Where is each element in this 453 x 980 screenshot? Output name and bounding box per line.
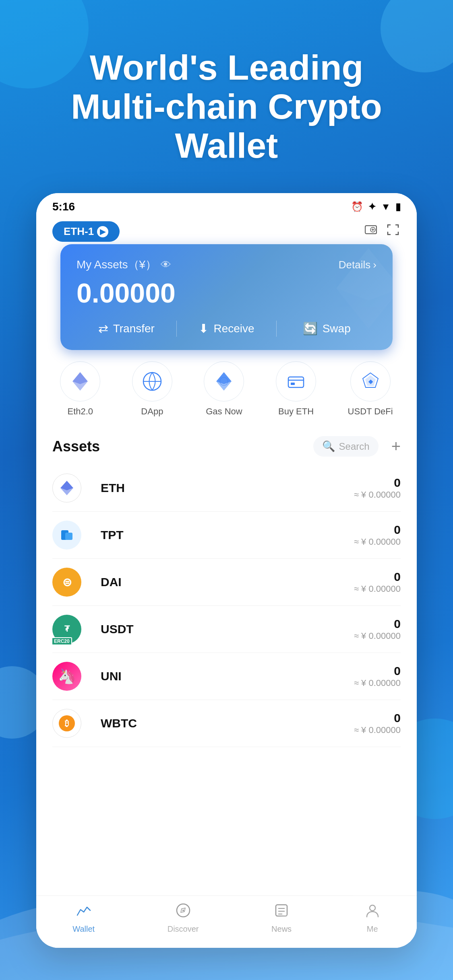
wave-decoration [0, 879, 453, 980]
svg-text:₮: ₮ [64, 624, 70, 633]
eth-logo-wrap [52, 474, 91, 502]
phone-card: 5:16 ⏰ ✦ ▼ ▮ ETH-1 ▶ [36, 193, 417, 948]
svg-rect-11 [288, 377, 304, 387]
hero-line1: World's Leading [90, 47, 363, 87]
transfer-icon: ⇄ [98, 321, 108, 336]
dapp-icon [132, 361, 172, 401]
assets-section: Assets 🔍 Search + [36, 425, 417, 747]
bluetooth-icon: ✦ [368, 201, 376, 212]
gasnow-label: Gas Now [206, 406, 242, 417]
assets-card: My Assets（¥） 👁 Details › 0.00000 ⇄ Trans… [60, 244, 393, 350]
tpt-balance: 0 [354, 523, 401, 537]
eth-values: 0 ≈ ¥ 0.00000 [354, 476, 401, 500]
svg-text:₿: ₿ [65, 719, 69, 728]
dai-logo-wrap: ⊜ [52, 568, 91, 597]
search-placeholder: Search [339, 441, 370, 452]
wifi-icon: ▼ [381, 201, 391, 212]
assets-label: My Assets（¥） 👁 [77, 257, 171, 272]
usdt-fiat: ≈ ¥ 0.00000 [354, 631, 401, 641]
alarm-icon: ⏰ [351, 201, 363, 212]
tpt-symbol: TPT [101, 528, 354, 542]
svg-rect-13 [291, 383, 295, 385]
eth2-icon [60, 361, 100, 401]
gasnow-icon [204, 361, 244, 401]
uni-symbol: UNI [101, 669, 354, 683]
assets-amount: 0.00000 [77, 277, 376, 309]
top-nav-icons [364, 222, 401, 241]
eye-icon[interactable]: 👁 [161, 259, 171, 271]
assets-header: My Assets（¥） 👁 Details › [77, 257, 376, 272]
uni-logo-wrap: 🦄 [52, 662, 91, 691]
network-label: ETH-1 [64, 225, 94, 238]
usdt-values: 0 ≈ ¥ 0.00000 [354, 617, 401, 641]
dai-symbol: DAI [101, 575, 354, 589]
eth-logo [52, 474, 81, 502]
wbtc-symbol: WBTC [101, 716, 354, 730]
eth-symbol: ETH [101, 481, 354, 495]
hero-heading: World's Leading Multi-chain Crypto Walle… [0, 48, 453, 165]
asset-item-eth[interactable]: ETH 0 ≈ ¥ 0.00000 [52, 465, 401, 512]
wbtc-logo-wrap: ₿ [52, 709, 91, 738]
phone-inner: 5:16 ⏰ ✦ ▼ ▮ ETH-1 ▶ [36, 193, 417, 948]
quick-action-buyeth[interactable]: Buy ETH [276, 361, 316, 417]
asset-item-usdt[interactable]: ₮ ERC20 USDT 0 ≈ ¥ 0.00000 [52, 606, 401, 653]
scan-icon[interactable] [386, 222, 401, 241]
asset-item-dai[interactable]: ⊜ DAI 0 ≈ ¥ 0.00000 [52, 559, 401, 606]
status-time: 5:16 [52, 200, 75, 213]
quick-action-gasnow[interactable]: Gas Now [204, 361, 244, 417]
eth-balance: 0 [354, 476, 401, 490]
usdt-balance: 0 [354, 617, 401, 631]
dai-fiat: ≈ ¥ 0.00000 [354, 584, 401, 594]
eth2-label: Eth2.0 [67, 406, 93, 417]
svg-text:◆: ◆ [368, 378, 373, 385]
uni-values: 0 ≈ ¥ 0.00000 [354, 664, 401, 688]
wbtc-fiat: ≈ ¥ 0.00000 [354, 725, 401, 735]
usdtdefi-label: USDT DeFi [348, 406, 393, 417]
dai-logo: ⊜ [52, 568, 81, 597]
tpt-logo-wrap [52, 521, 91, 550]
uni-fiat: ≈ ¥ 0.00000 [354, 678, 401, 688]
search-box[interactable]: 🔍 Search [313, 436, 379, 457]
wbtc-logo: ₿ [52, 709, 81, 738]
quick-actions: Eth2.0 DApp [36, 350, 417, 425]
uni-balance: 0 [354, 664, 401, 678]
wbtc-values: 0 ≈ ¥ 0.00000 [354, 711, 401, 735]
asset-item-wbtc[interactable]: ₿ WBTC 0 ≈ ¥ 0.00000 [52, 700, 401, 747]
usdt-symbol: USDT [101, 622, 354, 636]
buyeth-icon [276, 361, 316, 401]
receive-button[interactable]: ⬇ Receive [177, 318, 277, 339]
receive-icon: ⬇ [199, 321, 209, 336]
assets-actions: ⇄ Transfer ⬇ Receive 🔄 Swap [77, 318, 376, 339]
svg-rect-20 [65, 533, 72, 540]
status-bar: 5:16 ⏰ ✦ ▼ ▮ [36, 193, 417, 217]
hero-line2: Multi-chain Crypto Wallet [71, 86, 382, 165]
erc20-badge: ERC20 [52, 637, 72, 645]
network-badge[interactable]: ETH-1 ▶ [52, 221, 120, 242]
dapp-label: DApp [141, 406, 163, 417]
swap-icon: 🔄 [303, 321, 318, 336]
tpt-logo [52, 521, 81, 550]
usdtdefi-icon: ◆ [350, 361, 391, 401]
quick-action-usdtdefi[interactable]: ◆ USDT DeFi [348, 361, 393, 417]
quick-action-dapp[interactable]: DApp [132, 361, 172, 417]
wbtc-balance: 0 [354, 711, 401, 725]
top-nav: ETH-1 ▶ [36, 217, 417, 248]
tpt-values: 0 ≈ ¥ 0.00000 [354, 523, 401, 547]
quick-action-eth2[interactable]: Eth2.0 [60, 361, 100, 417]
dai-values: 0 ≈ ¥ 0.00000 [354, 570, 401, 594]
asset-item-uni[interactable]: 🦄 UNI 0 ≈ ¥ 0.00000 [52, 653, 401, 700]
eth-watermark [336, 248, 393, 344]
eth-fiat: ≈ ¥ 0.00000 [354, 490, 401, 500]
add-asset-button[interactable]: + [391, 437, 401, 455]
tpt-fiat: ≈ ¥ 0.00000 [354, 537, 401, 547]
assets-section-header: Assets 🔍 Search + [52, 436, 401, 457]
transfer-button[interactable]: ⇄ Transfer [77, 318, 176, 339]
usdt-logo-wrap: ₮ ERC20 [52, 615, 91, 644]
buyeth-label: Buy ETH [278, 406, 314, 417]
status-icons: ⏰ ✦ ▼ ▮ [351, 201, 401, 212]
dai-balance: 0 [354, 570, 401, 584]
uni-logo: 🦄 [52, 662, 81, 691]
wallet-add-icon[interactable] [364, 222, 378, 241]
asset-item-tpt[interactable]: TPT 0 ≈ ¥ 0.00000 [52, 512, 401, 559]
battery-icon: ▮ [395, 201, 401, 212]
